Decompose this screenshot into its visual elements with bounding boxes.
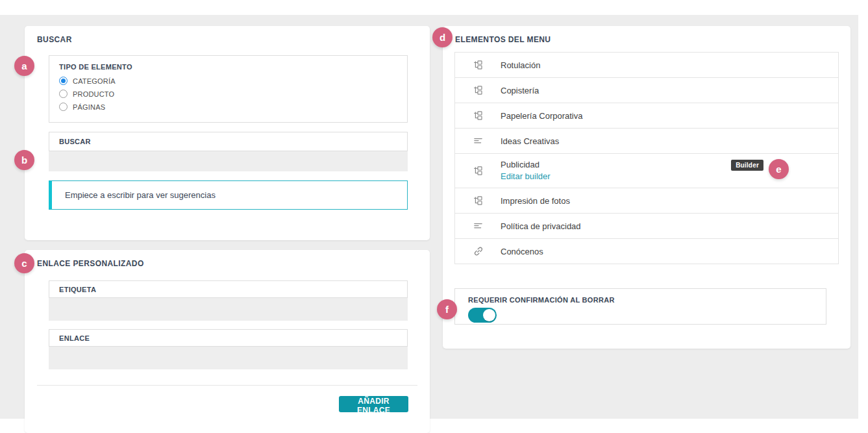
search-panel-title: BUSCAR [37,35,72,44]
category-tree-icon [473,60,484,70]
radio-unchecked-icon[interactable] [59,103,68,111]
menu-elements-panel: ELEMENTOS DEL MENU Rotulación Copistería… [443,26,850,349]
menu-item-label: Publicidad [501,159,551,171]
menu-item-label: Ideas Creativas [501,136,559,146]
divider [37,385,417,386]
confirm-delete-box: REQUERIR CONFIRMACIÓN AL BORRAR [454,288,826,325]
category-tree-icon [473,166,484,176]
menu-items-list: Rotulación Copistería Papelería Corporat… [454,52,839,264]
menu-item-label: Papelería Corporativa [501,111,582,121]
toggle-knob-icon [483,309,495,321]
radio-paginas[interactable]: PÁGINAS [59,103,407,111]
element-type-label: TIPO DE ELEMENTO [59,63,407,71]
etiqueta-input[interactable] [49,298,408,321]
search-panel: BUSCAR TIPO DE ELEMENTO CATEGORÍA PRODUC… [25,26,430,240]
enlace-label: ENLACE [59,334,90,342]
annotation-marker-e: e [769,159,789,179]
radio-categoria-label: CATEGORÍA [73,77,116,85]
menu-item-label: Copistería [501,86,539,95]
category-tree-icon [473,110,484,121]
radio-producto[interactable]: PRODUCTO [59,90,407,98]
annotation-marker-c: c [14,253,34,273]
edit-builder-link[interactable]: Editar builder [501,171,551,182]
menu-item-rotulacion[interactable]: Rotulación [454,52,839,78]
search-input[interactable] [49,151,408,171]
custom-link-panel-title: ENLACE PERSONALIZADO [37,259,144,268]
menu-item-impresion-de-fotos[interactable]: Impresión de fotos [454,188,839,214]
confirm-delete-label: REQUERIR CONFIRMACIÓN AL BORRAR [468,296,826,304]
enlace-input[interactable] [49,347,408,369]
confirm-delete-toggle[interactable] [468,308,497,323]
search-field-label-box: BUSCAR [49,132,408,151]
radio-checked-icon[interactable] [59,77,68,85]
menu-item-conocenos[interactable]: Conócenos [454,238,839,264]
etiqueta-label-box: ETIQUETA [49,280,408,298]
link-icon [473,246,484,256]
search-hint-text: Empiece a escribir para ver sugerencias [65,190,216,200]
menu-elements-title: ELEMENTOS DEL MENU [455,35,551,44]
menu-item-label: Impresión de fotos [501,196,570,206]
etiqueta-label: ETIQUETA [59,286,96,293]
menu-item-label: Rotulación [501,60,540,70]
search-field-label: BUSCAR [59,138,91,145]
add-link-button[interactable]: AÑADIR ENLACE [339,396,408,412]
menu-item-papeleria-corporativa[interactable]: Papelería Corporativa [454,103,839,129]
annotation-marker-d: d [432,27,453,47]
annotation-marker-a: a [14,56,34,76]
radio-paginas-label: PÁGINAS [73,103,105,111]
search-hint-box: Empiece a escribir para ver sugerencias [49,180,408,210]
content-lines-icon [473,136,484,146]
custom-link-panel: ENLACE PERSONALIZADO ETIQUETA ENLACE AÑA… [25,250,430,433]
radio-producto-label: PRODUCTO [73,90,114,98]
menu-item-ideas-creativas[interactable]: Ideas Creativas [454,128,839,154]
annotation-marker-b: b [14,150,34,170]
category-tree-icon [473,85,484,95]
radio-unchecked-icon[interactable] [59,90,68,98]
menu-item-copisteria[interactable]: Copistería [454,77,839,103]
enlace-label-box: ENLACE [49,329,408,347]
menu-item-label: Conócenos [501,247,543,256]
element-type-box: TIPO DE ELEMENTO CATEGORÍA PRODUCTO PÁGI… [49,55,408,123]
menu-item-label: Política de privacidad [501,221,581,231]
builder-badge: Builder [731,160,763,171]
content-lines-icon [473,221,484,231]
radio-categoria[interactable]: CATEGORÍA [59,77,407,85]
annotation-marker-f: f [437,299,457,319]
category-tree-icon [473,195,484,206]
menu-item-politica-de-privacidad[interactable]: Política de privacidad [454,213,839,239]
